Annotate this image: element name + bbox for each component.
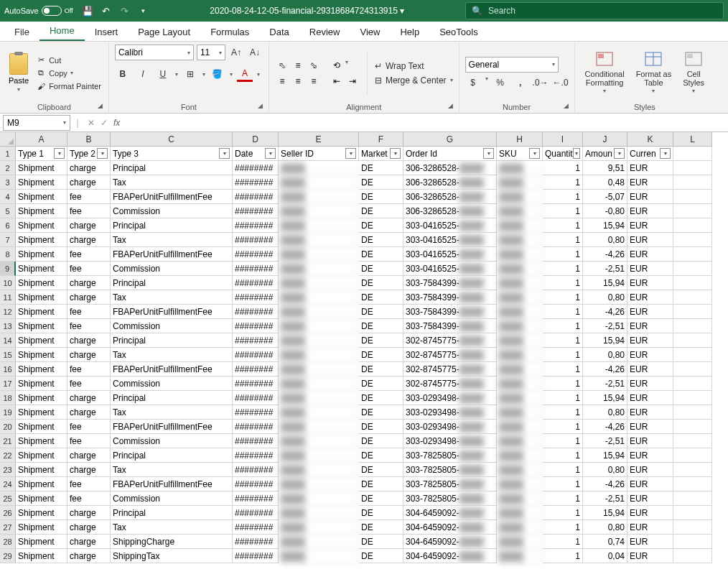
cell[interactable]: DE [359, 491, 403, 506]
cell[interactable]: ████ [497, 218, 543, 233]
cell[interactable]: ████ [279, 535, 359, 549]
cell[interactable]: 1 [543, 448, 583, 463]
filter-button[interactable]: ▾ [614, 148, 625, 159]
cell[interactable]: DE [359, 204, 403, 218]
filter-button[interactable]: ▾ [660, 148, 671, 159]
cell[interactable]: DE [359, 305, 403, 319]
accounting-format-icon[interactable]: $ [465, 75, 481, 90]
cell[interactable]: Tax [111, 348, 233, 362]
cell[interactable]: EUR [627, 549, 673, 563]
cell[interactable] [673, 535, 712, 549]
search-input[interactable]: 🔍 Search [465, 2, 724, 19]
row-header[interactable]: 24 [0, 477, 16, 491]
cell[interactable]: ████ [279, 420, 359, 434]
cell[interactable]: -4,26 [583, 420, 627, 434]
cell[interactable]: 1 [543, 362, 583, 377]
tab-review[interactable]: Review [299, 23, 350, 41]
cell[interactable] [673, 391, 712, 405]
cell[interactable]: fee [67, 190, 111, 204]
tab-help[interactable]: Help [390, 23, 429, 41]
cell[interactable]: fee [67, 434, 111, 448]
cell[interactable]: Commission [111, 491, 233, 506]
cell[interactable]: Shipment [16, 161, 67, 175]
cell[interactable]: ████ [279, 262, 359, 276]
cell[interactable]: ######## [233, 463, 279, 477]
cell[interactable]: ████ [279, 405, 359, 420]
cell[interactable]: 1 [543, 520, 583, 535]
increase-decimal-icon[interactable]: .0→ [533, 75, 549, 90]
cell[interactable]: 303-7584399-████ [403, 305, 497, 319]
cell[interactable] [673, 377, 712, 391]
filter-button[interactable]: ▾ [529, 148, 540, 159]
italic-button[interactable]: I [135, 66, 151, 82]
cell[interactable]: ######## [233, 204, 279, 218]
cell[interactable]: 0,80 [583, 233, 627, 247]
cell[interactable]: ████ [279, 218, 359, 233]
cell[interactable]: ████ [497, 549, 543, 563]
cell[interactable]: ######## [233, 506, 279, 520]
cell[interactable]: ######## [233, 520, 279, 535]
cell[interactable]: Commission [111, 319, 233, 333]
cell[interactable]: DE [359, 448, 403, 463]
row-header[interactable]: 13 [0, 319, 16, 333]
cell[interactable]: 0,48 [583, 175, 627, 190]
cell[interactable]: 1 [543, 247, 583, 262]
cell[interactable]: DE [359, 549, 403, 563]
cut-button[interactable]: ✂Cut [34, 55, 103, 66]
cell[interactable]: ████ [279, 463, 359, 477]
cell[interactable]: 303-7825805-████ [403, 463, 497, 477]
cell[interactable]: EUR [627, 305, 673, 319]
cell[interactable]: charge [67, 506, 111, 520]
cell[interactable]: ████ [497, 204, 543, 218]
row-header[interactable]: 26 [0, 506, 16, 520]
header-cell[interactable]: Order Id▾ [403, 147, 497, 161]
cell[interactable]: Shipment [16, 520, 67, 535]
cell[interactable]: 1 [543, 377, 583, 391]
cell[interactable]: charge [67, 549, 111, 563]
cell[interactable]: Shipment [16, 319, 67, 333]
row-header[interactable]: 2 [0, 161, 16, 175]
row-header[interactable]: 6 [0, 218, 16, 233]
cell[interactable]: 302-8745775-████ [403, 348, 497, 362]
cell[interactable]: Principal [111, 161, 233, 175]
cell[interactable]: EUR [627, 477, 673, 491]
cell[interactable]: ████ [279, 491, 359, 506]
filter-button[interactable]: ▾ [345, 148, 356, 159]
cell[interactable]: 1 [543, 348, 583, 362]
row-header[interactable]: 4 [0, 190, 16, 204]
cell[interactable]: DE [359, 362, 403, 377]
cell[interactable]: DE [359, 247, 403, 262]
cell[interactable]: EUR [627, 491, 673, 506]
cell[interactable]: EUR [627, 290, 673, 305]
header-cell[interactable]: Amoun▾ [583, 147, 627, 161]
cell[interactable]: FBAPerUnitFulfillmentFee [111, 420, 233, 434]
cell[interactable]: ████ [497, 463, 543, 477]
cell[interactable]: 15,94 [583, 391, 627, 405]
cell[interactable] [673, 290, 712, 305]
cell[interactable]: Principal [111, 391, 233, 405]
row-header[interactable]: 19 [0, 405, 16, 420]
cell[interactable]: ######## [233, 233, 279, 247]
cell[interactable]: ████ [279, 549, 359, 563]
header-cell[interactable]: Type 1▾ [16, 147, 67, 161]
cell[interactable]: DE [359, 506, 403, 520]
filter-button[interactable]: ▾ [483, 148, 494, 159]
cell[interactable]: DE [359, 535, 403, 549]
cell[interactable]: ████ [279, 448, 359, 463]
row-header[interactable]: 10 [0, 276, 16, 290]
cell[interactable] [673, 491, 712, 506]
cell[interactable]: Commission [111, 204, 233, 218]
row-header[interactable]: 21 [0, 434, 16, 448]
cell[interactable]: ████ [279, 506, 359, 520]
cell[interactable]: charge [67, 520, 111, 535]
cell[interactable]: EUR [627, 506, 673, 520]
cell[interactable]: -0,80 [583, 204, 627, 218]
cell[interactable]: Shipment [16, 463, 67, 477]
cell[interactable]: FBAPerUnitFulfillmentFee [111, 362, 233, 377]
tab-insert[interactable]: Insert [85, 23, 129, 41]
cell[interactable] [673, 276, 712, 290]
cell[interactable]: 303-7825805-████ [403, 491, 497, 506]
cell[interactable]: -4,26 [583, 305, 627, 319]
cell[interactable]: 1 [543, 333, 583, 348]
cell[interactable]: ████ [497, 434, 543, 448]
